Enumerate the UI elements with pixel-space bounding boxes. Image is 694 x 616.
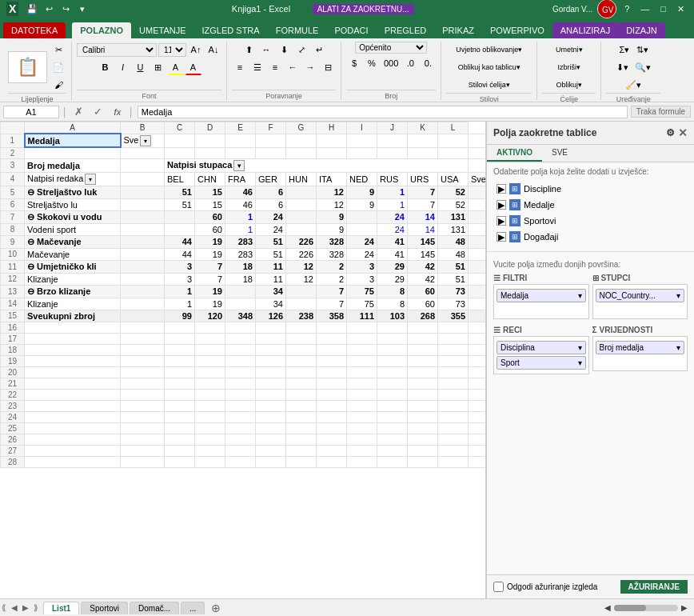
- grid-cell[interactable]: [25, 333, 121, 344]
- grid-cell[interactable]: [317, 400, 347, 411]
- decimal-add-btn[interactable]: .0: [402, 55, 418, 71]
- grid-cell[interactable]: [317, 355, 347, 366]
- grid-cell[interactable]: 8: [377, 298, 408, 310]
- panel-gear-icon[interactable]: ⚙: [666, 127, 675, 138]
- grid-cell[interactable]: 9: [317, 210, 347, 223]
- formula-input[interactable]: [138, 106, 628, 118]
- grid-cell[interactable]: [165, 445, 195, 456]
- grid-cell[interactable]: 7: [195, 260, 225, 273]
- grid-cell[interactable]: [165, 210, 195, 223]
- fill-btn[interactable]: ⬇▾: [614, 59, 631, 75]
- grid-cell[interactable]: [165, 223, 195, 235]
- sheet-prev-btn[interactable]: ◀: [10, 603, 19, 612]
- grid-cell[interactable]: [469, 344, 486, 355]
- grid-cell[interactable]: RUS: [377, 172, 408, 186]
- grid-cell[interactable]: [438, 134, 469, 147]
- grid-cell[interactable]: ⊖ Brzo klizanje: [25, 285, 121, 298]
- field-sportovi[interactable]: ▶ ⊞ Sportovi: [493, 213, 688, 229]
- grid-cell[interactable]: [256, 411, 286, 422]
- grid-cell[interactable]: [347, 400, 377, 411]
- grid-cell[interactable]: [377, 355, 408, 366]
- grid-cell[interactable]: 12: [286, 273, 317, 285]
- grid-cell[interactable]: [121, 158, 165, 172]
- grid-cell[interactable]: [165, 147, 195, 158]
- delete-btn[interactable]: Izbriši▾: [556, 59, 584, 75]
- grid-cell[interactable]: 14: [408, 210, 438, 223]
- grid-cell[interactable]: Medalja: [25, 134, 121, 147]
- grid-cell[interactable]: 1: [165, 298, 195, 310]
- grid-cell[interactable]: [377, 445, 408, 456]
- grid-cell[interactable]: [121, 400, 165, 411]
- grid-cell[interactable]: 226: [286, 248, 317, 260]
- grid-cell[interactable]: 126: [256, 310, 286, 322]
- grid-cell[interactable]: [469, 158, 486, 172]
- help-btn[interactable]: ?: [621, 4, 632, 14]
- grid-cell[interactable]: 7: [317, 285, 347, 298]
- grid-cell[interactable]: [256, 434, 286, 445]
- grid-cell[interactable]: [286, 285, 317, 298]
- find-btn[interactable]: 🔍▾: [632, 59, 653, 75]
- redo-btn[interactable]: ↪: [58, 2, 73, 16]
- grid-cell[interactable]: 348: [225, 310, 256, 322]
- tab-analiziraj[interactable]: ANALIZIRAJ: [552, 22, 618, 38]
- cond-format-btn[interactable]: Uvjetno oblikovanje▾: [453, 42, 524, 58]
- filter-chip-medalja[interactable]: Medalja ▾: [497, 289, 586, 302]
- grid-cell[interactable]: [438, 411, 469, 422]
- grid-cell[interactable]: [165, 389, 195, 400]
- grid-cell[interactable]: 12: [317, 198, 347, 210]
- grid-cell[interactable]: [317, 456, 347, 467]
- sheet-tab-more[interactable]: ...: [181, 602, 205, 614]
- format-painter-btn[interactable]: 🖌: [50, 77, 66, 93]
- grid-cell[interactable]: [377, 400, 408, 411]
- grid-cell[interactable]: [347, 223, 377, 235]
- grid-cell[interactable]: [377, 422, 408, 434]
- grid-cell[interactable]: [225, 134, 256, 147]
- sheet-next-btn[interactable]: ▶: [21, 603, 30, 612]
- tab-izgled[interactable]: IZGLED STRA: [194, 22, 268, 38]
- grid-cell[interactable]: Broj medalja: [25, 158, 121, 172]
- grid-cell[interactable]: [377, 378, 408, 389]
- col-header-L[interactable]: L: [438, 122, 469, 134]
- grid-cell[interactable]: 41: [377, 248, 408, 260]
- grid-cell[interactable]: [121, 322, 165, 333]
- grid-cell[interactable]: [121, 355, 165, 366]
- tab-pregled[interactable]: PREGLED: [377, 22, 435, 38]
- grid-cell[interactable]: [377, 134, 408, 147]
- grid[interactable]: A B C D E F G H I J K L 1Medalj: [0, 122, 485, 598]
- grid-cell[interactable]: 46: [225, 186, 256, 198]
- tab-aktivno[interactable]: AKTIVNO: [487, 145, 542, 162]
- grid-cell[interactable]: [469, 355, 486, 366]
- grid-cell[interactable]: [377, 434, 408, 445]
- grid-cell[interactable]: 1: [377, 198, 408, 210]
- grid-cell[interactable]: 328: [317, 248, 347, 260]
- grid-cell[interactable]: 3: [165, 273, 195, 285]
- undo-btn[interactable]: ↩: [42, 2, 56, 16]
- grid-cell[interactable]: [256, 147, 286, 158]
- fx-confirm[interactable]: ✓: [90, 104, 106, 120]
- sheet-last-btn[interactable]: ⟫: [32, 603, 40, 612]
- grid-cell[interactable]: [347, 210, 377, 223]
- fx-cancel[interactable]: ✗: [71, 104, 87, 120]
- grid-cell[interactable]: [195, 134, 225, 147]
- grid-cell[interactable]: [225, 434, 256, 445]
- grid-cell[interactable]: USA: [438, 172, 469, 186]
- grid-cell[interactable]: [165, 456, 195, 467]
- grid-cell[interactable]: 355: [438, 310, 469, 322]
- align-right-btn[interactable]: ≡: [267, 59, 283, 75]
- grid-cell[interactable]: 24: [256, 223, 286, 235]
- grid-cell[interactable]: [225, 366, 256, 378]
- grid-cell[interactable]: 8: [377, 285, 408, 298]
- grid-cell[interactable]: [225, 344, 256, 355]
- grid-cell[interactable]: 52: [438, 198, 469, 210]
- align-top-btn[interactable]: ⬆: [241, 42, 257, 58]
- grid-cell[interactable]: ⊖ Streljaštvo luk: [25, 186, 121, 198]
- grid-cell[interactable]: [195, 389, 225, 400]
- grid-cell[interactable]: 24: [377, 210, 408, 223]
- grid-cell[interactable]: 178: [469, 273, 486, 285]
- col-header-I[interactable]: I: [347, 122, 377, 134]
- italic-btn[interactable]: I: [115, 59, 131, 75]
- grid-cell[interactable]: [286, 186, 317, 198]
- grid-cell[interactable]: 1: [165, 285, 195, 298]
- filter-dropdown-btn[interactable]: ▾: [233, 160, 245, 171]
- grid-cell[interactable]: [195, 366, 225, 378]
